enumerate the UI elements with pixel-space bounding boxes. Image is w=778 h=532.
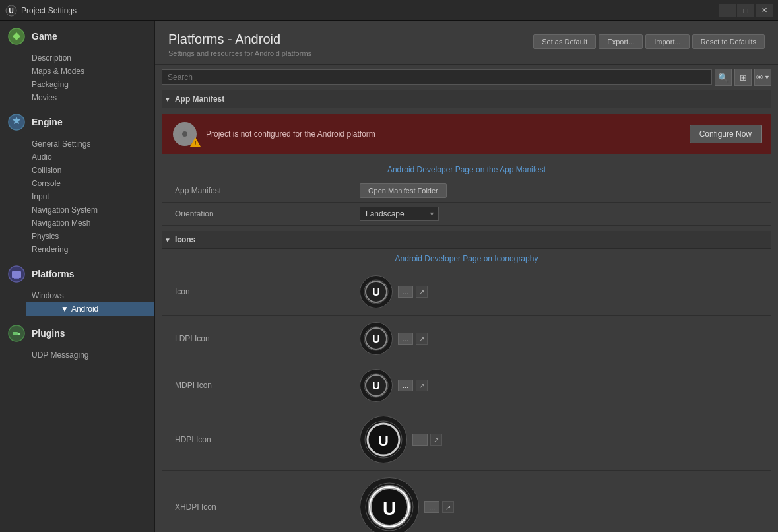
svg-text:U: U <box>372 333 380 345</box>
mdpi-more-button[interactable]: ... <box>398 380 413 391</box>
sidebar-item-navigation-system[interactable]: Navigation System <box>26 203 154 216</box>
page-subtitle: Settings and resources for Android platf… <box>168 50 311 57</box>
page-title: Platforms - Android <box>168 32 311 47</box>
sidebar-engine-label: Engine <box>32 117 63 127</box>
orientation-label: Orientation <box>175 209 360 218</box>
main-layout: Game Description Maps & Modes Packaging … <box>0 21 778 532</box>
search-input[interactable] <box>162 69 712 85</box>
app-manifest-android-link[interactable]: Android Developer Page on the App Manife… <box>162 160 771 180</box>
sidebar-item-physics[interactable]: Physics <box>26 230 154 243</box>
game-icon <box>7 26 26 46</box>
content-header: Platforms - Android Settings and resourc… <box>155 21 778 65</box>
export-button[interactable]: Export... <box>599 34 643 49</box>
svg-rect-6 <box>14 278 19 279</box>
icon-label-hdpi: HDPI Icon <box>175 435 360 444</box>
grid-view-button[interactable]: ⊞ <box>734 69 752 86</box>
icon-label-default: Icon <box>175 287 360 296</box>
view-options-button[interactable]: 👁 ▼ <box>754 69 771 86</box>
icon-row-hdpi: HDPI Icon U ... ↗ <box>162 409 771 471</box>
sidebar-item-movies[interactable]: Movies <box>26 91 154 104</box>
icon-actions-hdpi: ... ↗ <box>412 434 442 446</box>
icon-edit-button[interactable]: ↗ <box>416 286 428 298</box>
sidebar-section-plugins: Plugins UDP Messaging <box>0 318 154 362</box>
maximize-button[interactable]: □ <box>737 4 754 17</box>
android-expand-arrow: ▼ <box>61 304 69 314</box>
search-icon: 🔍 <box>718 73 729 83</box>
orientation-row: Orientation Landscape Portrait Auto <box>162 203 771 226</box>
set-default-button[interactable]: Set as Default <box>533 34 596 49</box>
content-area: Platforms - Android Settings and resourc… <box>155 21 778 532</box>
sidebar-item-collision[interactable]: Collision <box>26 164 154 177</box>
orientation-select[interactable]: Landscape Portrait Auto <box>360 207 439 221</box>
close-button[interactable]: ✕ <box>756 4 773 17</box>
icon-actions-mdpi: ... ↗ <box>398 380 428 391</box>
app-manifest-label: App Manifest <box>175 186 360 195</box>
app-manifest-header[interactable]: ▼ App Manifest <box>162 90 771 108</box>
settings-section: ▼ App Manifest <box>155 90 778 532</box>
app-manifest-control: Open Manifest Folder <box>360 183 758 198</box>
sidebar-game-label: Game <box>32 31 57 42</box>
window-title: Project Settings <box>21 6 719 15</box>
sidebar-item-android[interactable]: ▼ Android <box>26 302 154 316</box>
title-bar: U Project Settings − □ ✕ <box>0 0 778 21</box>
sidebar-game-items: Description Maps & Modes Packaging Movie… <box>0 51 154 104</box>
mdpi-edit-button[interactable]: ↗ <box>416 380 428 391</box>
icon-row-mdpi: MDPI Icon U ... ↗ <box>162 362 771 409</box>
icon-preview-ldpi: U <box>360 322 393 355</box>
sidebar-item-windows[interactable]: Windows <box>26 289 154 302</box>
sidebar-item-packaging[interactable]: Packaging <box>26 78 154 91</box>
sidebar-item-general-settings[interactable]: General Settings <box>26 137 154 150</box>
eye-icon: 👁 <box>756 73 764 83</box>
sidebar-item-console[interactable]: Console <box>26 177 154 190</box>
sidebar-platforms-items: Windows ▼ Android <box>0 289 154 316</box>
icon-preview-default: U <box>360 275 393 308</box>
icons-section: ▼ Icons Android Developer Page on Iconog… <box>162 231 771 532</box>
sidebar-section-game: Game Description Maps & Modes Packaging … <box>0 21 154 104</box>
import-button[interactable]: Import... <box>645 34 689 49</box>
search-button[interactable]: 🔍 <box>715 69 732 86</box>
reset-defaults-button[interactable]: Reset to Defaults <box>692 34 765 49</box>
xhdpi-more-button[interactable]: ... <box>424 501 439 513</box>
svg-text:U: U <box>372 380 380 391</box>
svg-text:U: U <box>9 7 13 15</box>
configure-now-button[interactable]: Configure Now <box>690 125 762 143</box>
ldpi-edit-button[interactable]: ↗ <box>416 333 428 345</box>
sidebar-platforms-header[interactable]: Platforms <box>0 259 154 289</box>
ldpi-more-button[interactable]: ... <box>398 333 413 345</box>
sidebar-platforms-label: Platforms <box>32 269 75 279</box>
svg-rect-8 <box>13 332 18 335</box>
sidebar-plugins-items: UDP Messaging <box>0 349 154 362</box>
icon-row-xhdpi: XHDPI Icon U ... ↗ <box>162 471 771 532</box>
open-manifest-folder-button[interactable]: Open Manifest Folder <box>360 183 447 198</box>
hdpi-edit-button[interactable]: ↗ <box>430 434 442 446</box>
icons-section-header[interactable]: ▼ Icons <box>162 231 771 249</box>
icon-preview-mdpi: U <box>360 369 393 402</box>
plugins-icon <box>7 323 26 343</box>
sidebar-item-udp-messaging[interactable]: UDP Messaging <box>26 349 154 362</box>
sidebar-item-audio[interactable]: Audio <box>26 150 154 164</box>
hdpi-more-button[interactable]: ... <box>412 434 428 446</box>
sidebar-engine-header[interactable]: Engine <box>0 107 154 137</box>
sidebar-item-rendering[interactable]: Rendering <box>26 243 154 256</box>
grid-icon: ⊞ <box>740 73 747 83</box>
search-bar: 🔍 ⊞ 👁 ▼ <box>155 65 778 90</box>
svg-text:!: ! <box>195 140 197 147</box>
icon-preview-hdpi: U <box>360 416 407 463</box>
warning-icon: ! <box>172 121 198 147</box>
sidebar-game-header[interactable]: Game <box>0 21 154 51</box>
sidebar-item-maps-modes[interactable]: Maps & Modes <box>26 65 154 78</box>
icons-android-link[interactable]: Android Developer Page on Iconography <box>162 249 771 269</box>
sidebar-plugins-header[interactable]: Plugins <box>0 318 154 349</box>
sidebar-item-description[interactable]: Description <box>26 51 154 65</box>
warning-message: Project is not configured for the Androi… <box>206 129 682 139</box>
sidebar-item-navigation-mesh[interactable]: Navigation Mesh <box>26 216 154 230</box>
sidebar-item-input[interactable]: Input <box>26 190 154 203</box>
sidebar: Game Description Maps & Modes Packaging … <box>0 21 155 532</box>
icon-label-mdpi: MDPI Icon <box>175 381 360 390</box>
icon-row-ldpi: LDPI Icon U ... ↗ <box>162 316 771 362</box>
app-icon: U <box>5 5 17 17</box>
icon-label-ldpi: LDPI Icon <box>175 334 360 343</box>
xhdpi-edit-button[interactable]: ↗ <box>442 501 454 513</box>
icon-more-button[interactable]: ... <box>398 286 413 298</box>
minimize-button[interactable]: − <box>719 4 736 17</box>
